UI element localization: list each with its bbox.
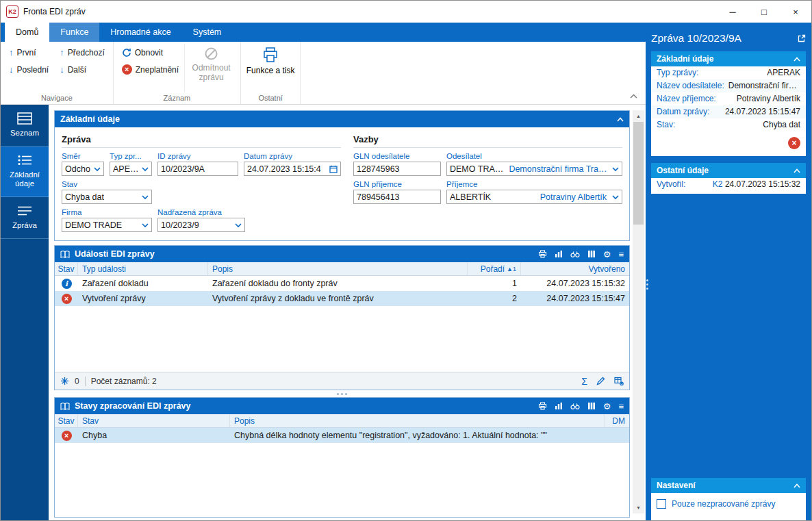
- tab-hromadne-akce[interactable]: Hromadné akce: [99, 23, 181, 42]
- grid-menu-icon[interactable]: ≡: [618, 402, 624, 411]
- sidebar-item-seznam[interactable]: Seznam: [1, 105, 49, 147]
- prijemce-combo[interactable]: ALBERTÍK Potraviny Albertík: [446, 190, 622, 204]
- recipient-link[interactable]: Potraviny Albertík: [540, 192, 607, 202]
- chart-icon[interactable]: [555, 250, 563, 258]
- basic-panel-header[interactable]: Základní údaje: [55, 111, 629, 127]
- preview-other-header[interactable]: Ostatní údaje: [651, 163, 806, 178]
- combo-dropdown-icon[interactable]: [612, 166, 619, 172]
- preview-basic-header[interactable]: Základní údaje: [651, 51, 806, 66]
- functions-print-button[interactable]: Funkce a tisk: [244, 44, 297, 75]
- gear-icon[interactable]: ⚙: [603, 250, 611, 259]
- column-header-dm[interactable]: DM: [605, 414, 629, 427]
- grid-edit-icon[interactable]: [614, 377, 624, 385]
- nadrazena-zprava-combo[interactable]: 10/2023/9: [157, 218, 245, 232]
- column-header-typ-udalosti[interactable]: Typ události: [78, 262, 208, 275]
- collapse-ribbon-icon[interactable]: [630, 94, 637, 99]
- binoculars-icon[interactable]: [570, 403, 580, 410]
- binoculars-icon[interactable]: [570, 251, 580, 258]
- expand-pane-icon[interactable]: [797, 34, 806, 43]
- field-label: Směr: [62, 152, 104, 161]
- column-header-popis[interactable]: Popis: [208, 262, 468, 275]
- close-button[interactable]: ×: [780, 1, 811, 23]
- tab-funkce[interactable]: Funkce: [49, 23, 99, 42]
- scroll-down-icon[interactable]: ▼: [633, 502, 644, 513]
- table-row-selected[interactable]: × Vytvoření zprávy Vytvoření zprávy z do…: [55, 291, 629, 306]
- collapse-chevron-icon[interactable]: [794, 168, 800, 173]
- calendar-icon[interactable]: [329, 165, 338, 173]
- print-icon[interactable]: [538, 250, 547, 258]
- reject-message-button[interactable]: Odmítnout zprávu: [184, 44, 238, 92]
- marked-records-icon: [60, 377, 69, 385]
- datum-zpravy-input[interactable]: 24.07.2023 15:15:4: [244, 162, 341, 176]
- column-header-poradi[interactable]: Pořadí▲1: [468, 262, 521, 275]
- tab-domu[interactable]: Domů: [5, 23, 49, 42]
- arrow-down-icon: ↓: [60, 65, 64, 74]
- panel-splitter[interactable]: [54, 390, 630, 397]
- table-row-selected[interactable]: × Chyba Chybná délka hodnoty elementu "r…: [55, 428, 629, 443]
- gln-odesilatele-input[interactable]: 128745963: [353, 162, 441, 176]
- preview-settings-header[interactable]: Nastavení: [651, 478, 806, 493]
- combo-dropdown-icon[interactable]: [142, 223, 149, 228]
- table-row[interactable]: i Zařazení dokladu Zařazení dokladu do f…: [55, 276, 629, 291]
- invalidate-button[interactable]: × Zneplatnění: [116, 61, 184, 78]
- pane-splitter-handle[interactable]: [646, 279, 648, 290]
- creator-link[interactable]: K2: [713, 179, 723, 189]
- ribbon-group-ostatni: Funkce a tisk Ostatní: [241, 42, 301, 104]
- smer-combo[interactable]: Odcho: [62, 162, 104, 176]
- stav-combo[interactable]: Chyba dat: [62, 190, 152, 204]
- edit-icon[interactable]: [596, 377, 605, 385]
- collapse-chevron-icon[interactable]: [794, 57, 800, 62]
- combo-dropdown-icon[interactable]: [235, 223, 242, 228]
- scrollbar-track[interactable]: [633, 225, 644, 502]
- gear-icon[interactable]: ⚙: [603, 402, 611, 411]
- odesilatel-combo[interactable]: DEMO TRADE Demonstrační firma Trad...: [446, 162, 622, 176]
- field-label: Stav: [62, 180, 152, 189]
- column-header-stav[interactable]: Stav: [78, 414, 230, 427]
- combo-dropdown-icon[interactable]: [612, 194, 619, 200]
- id-zpravy-input[interactable]: 10/2023/9A: [157, 162, 238, 176]
- sidebar-item-zprava[interactable]: Zpráva: [1, 197, 49, 239]
- previous-button[interactable]: ↑ Předchozí: [54, 44, 110, 61]
- columns-icon[interactable]: [587, 250, 596, 258]
- sender-link[interactable]: Demonstrační firma Trad...: [509, 164, 609, 174]
- book-icon: [60, 251, 70, 258]
- column-header-vytvoreno[interactable]: Vytvořeno: [521, 262, 629, 275]
- maximize-button[interactable]: □: [748, 1, 780, 23]
- tab-system[interactable]: Systém: [182, 23, 233, 42]
- column-header-stav[interactable]: Stav: [55, 262, 78, 275]
- titlebar: K2 Fronta EDI zpráv ─ □ ×: [1, 1, 811, 23]
- grid-menu-icon[interactable]: ≡: [618, 250, 624, 259]
- chart-icon[interactable]: [555, 402, 563, 410]
- window-controls: ─ □ ×: [717, 1, 811, 23]
- last-button[interactable]: ↓ Poslední: [3, 61, 54, 78]
- sidebar-item-zakladni-udaje[interactable]: Základní údaje: [1, 147, 49, 197]
- next-button[interactable]: ↓ Další: [54, 61, 92, 78]
- minimize-button[interactable]: ─: [717, 1, 748, 23]
- print-icon[interactable]: [538, 402, 547, 410]
- combo-dropdown-icon[interactable]: [94, 166, 101, 172]
- combo-dropdown-icon[interactable]: [142, 194, 149, 200]
- collapse-chevron-icon[interactable]: [794, 483, 800, 488]
- combo-dropdown-icon[interactable]: [142, 166, 149, 172]
- refresh-button[interactable]: Obnovit: [116, 44, 168, 61]
- preview-row: Vytvořil: K2 24.07.2023 15:15:32: [651, 178, 806, 191]
- gln-prijemce-input[interactable]: 789456413: [353, 190, 441, 204]
- vertical-scrollbar[interactable]: ▲ ▼: [633, 110, 644, 513]
- field-label: GLN příjemce: [353, 180, 441, 189]
- ribbon: ↑ První ↓ Poslední ↑ Předchozí: [1, 42, 646, 105]
- columns-icon[interactable]: [587, 402, 596, 410]
- events-grid-footer: 0 Počet záznamů: 2 Σ: [55, 372, 629, 390]
- preview-other-section: Ostatní údaje Vytvořil: K2 24.07.2023 15…: [651, 163, 806, 194]
- firma-combo[interactable]: DEMO TRADE: [62, 218, 152, 232]
- collapse-chevron-icon[interactable]: [617, 117, 624, 122]
- scroll-up-icon[interactable]: ▲: [633, 110, 644, 122]
- column-header-stav-icon[interactable]: Stav: [55, 414, 78, 427]
- unprocessed-only-label[interactable]: Pouze nezpracované zprávy: [672, 499, 775, 509]
- typ-zpravy-combo[interactable]: APERA: [110, 162, 152, 176]
- states-table-header: Stav Stav Popis DM: [55, 414, 629, 428]
- column-header-popis[interactable]: Popis: [230, 414, 605, 427]
- scrollbar-thumb[interactable]: [633, 122, 644, 225]
- unprocessed-only-checkbox[interactable]: [657, 499, 666, 509]
- first-button[interactable]: ↑ První: [3, 44, 42, 61]
- sum-icon[interactable]: Σ: [581, 376, 587, 387]
